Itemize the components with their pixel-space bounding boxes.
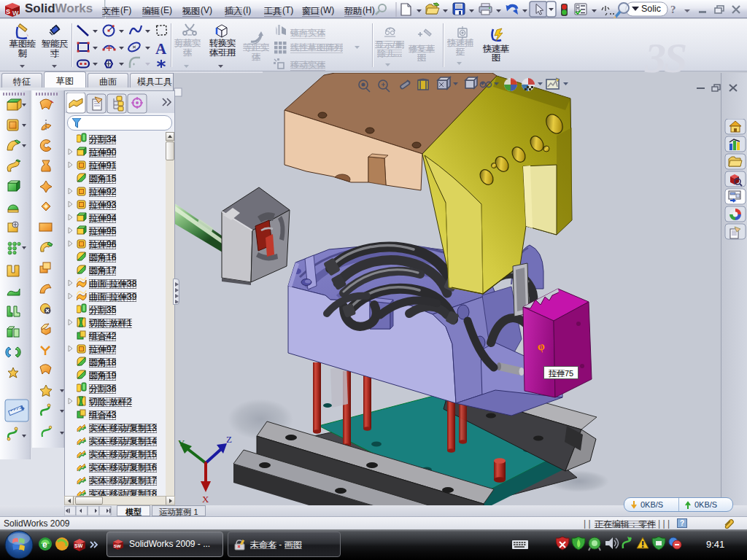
svg-text:A: A bbox=[155, 40, 167, 58]
svg-text:e: e bbox=[42, 540, 47, 550]
svg-text:W: W bbox=[12, 9, 19, 17]
svg-text:?: ? bbox=[670, 4, 676, 15]
svg-text:SW: SW bbox=[114, 544, 121, 548]
svg-text:Solic: Solic bbox=[641, 4, 661, 14]
svg-text:X: X bbox=[202, 494, 209, 505]
svg-text:Y: Y bbox=[178, 438, 185, 448]
svg-text:SW: SW bbox=[74, 543, 83, 548]
svg-text:S: S bbox=[6, 8, 10, 15]
svg-text:Z: Z bbox=[226, 434, 232, 445]
